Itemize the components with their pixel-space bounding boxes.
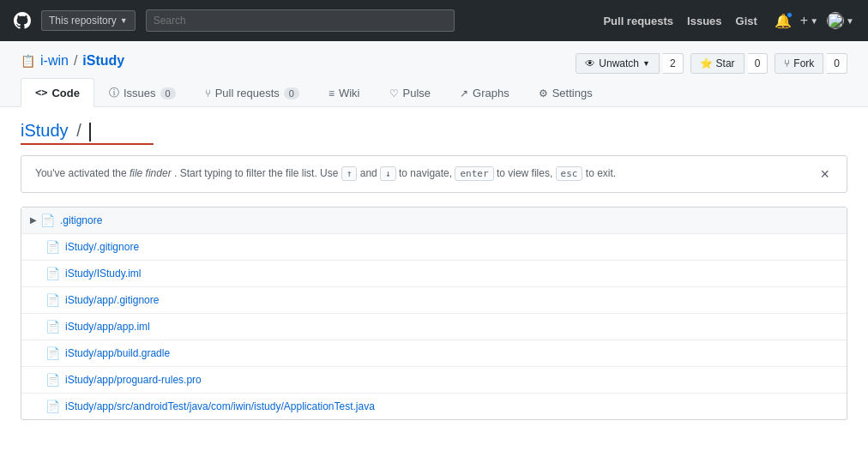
tab-pull-requests[interactable]: ⑂ Pull requests 0 — [190, 78, 314, 107]
message-exit: to exit. — [586, 167, 616, 179]
repo-actions: 👁 Unwatch ▼ 2 ⭐ Star 0 ⑂ Fork 0 — [576, 53, 847, 74]
file-link[interactable]: iStudy/IStudy.iml — [65, 268, 141, 280]
breadcrumb: iStudy / — [21, 121, 847, 145]
tab-settings-label: Settings — [552, 87, 593, 99]
tab-code[interactable]: <> Code — [21, 78, 94, 107]
star-icon: ⭐ — [700, 57, 713, 69]
gist-link[interactable]: Gist — [736, 15, 757, 27]
chevron-down-icon: ▼ — [120, 16, 128, 25]
repo-name-link[interactable]: iStudy — [82, 53, 124, 69]
key-down: ↓ — [380, 166, 396, 181]
nav-links: Pull requests Issues Gist — [603, 15, 756, 27]
user-avatar[interactable]: ▼ — [827, 12, 854, 29]
add-menu-icon[interactable]: + ▼ — [800, 13, 818, 28]
fork-icon: ⑂ — [784, 57, 790, 69]
file-link[interactable]: iStudy/app/src/androidTest/java/com/iwin… — [65, 400, 375, 412]
breadcrumb-separator: / — [76, 121, 81, 140]
repo-separator: / — [74, 53, 77, 69]
notifications-icon[interactable]: 🔔 — [775, 13, 792, 29]
breadcrumb-underline — [21, 143, 154, 145]
message-navigate: to navigate, — [399, 167, 455, 179]
file-icon: 📄 — [45, 400, 60, 413]
main-content: iStudy / You've activated the file finde… — [0, 107, 868, 434]
file-row: 📄 iStudy/app/src/androidTest/java/com/iw… — [21, 394, 847, 419]
file-row: 📄 iStudy/app/app.iml — [21, 314, 847, 340]
message-before: You've activated the — [35, 167, 130, 179]
star-count: 0 — [748, 53, 769, 74]
breadcrumb-cursor — [89, 123, 91, 141]
fork-count: 0 — [827, 53, 847, 74]
file-icon: 📄 — [40, 213, 55, 227]
notification-dot — [787, 12, 793, 18]
tab-pulse-label: Pulse — [403, 87, 431, 99]
graphs-icon: ↗ — [460, 87, 468, 99]
file-icon: 📄 — [45, 293, 60, 307]
file-icon: 📄 — [45, 267, 60, 280]
key-esc: esc — [556, 166, 583, 181]
message-after: . Start typing to filter the file list. … — [174, 167, 341, 179]
issues-link[interactable]: Issues — [687, 15, 721, 27]
file-link[interactable]: .gitignore — [60, 214, 102, 226]
file-link[interactable]: iStudy/app/app.iml — [65, 321, 150, 333]
file-link[interactable]: iStudy/.gitignore — [65, 241, 139, 253]
chevron-down-icon: ▼ — [642, 59, 650, 68]
repo-owner-link[interactable]: i-win — [40, 53, 69, 69]
file-finder-banner: You've activated the file finder . Start… — [21, 155, 847, 193]
pull-request-icon: ⑂ — [205, 87, 211, 99]
tab-issues-label: Issues — [124, 87, 156, 99]
file-finder-message: You've activated the file finder . Start… — [35, 166, 616, 181]
file-row: 📄 iStudy/app/build.gradle — [21, 340, 847, 367]
top-nav: This repository ▼ Pull requests Issues G… — [0, 0, 868, 41]
file-icon: 📄 — [45, 346, 60, 360]
tab-pr-label: Pull requests — [215, 87, 280, 99]
chevron-down-icon: ▼ — [846, 16, 854, 26]
eye-icon: 👁 — [585, 57, 595, 69]
unwatch-count: 2 — [663, 53, 684, 74]
fork-button[interactable]: ⑂ Fork — [775, 53, 823, 74]
nav-icons: 🔔 + ▼ ▼ — [775, 12, 854, 29]
breadcrumb-repo-link[interactable]: iStudy — [21, 121, 69, 140]
file-icon: 📄 — [45, 320, 60, 334]
search-box[interactable] — [146, 9, 455, 32]
file-row: 📄 iStudy/.gitignore — [21, 234, 847, 261]
repo-tabs: <> Code ⓘ Issues 0 ⑂ Pull requests 0 ≡ W… — [21, 77, 847, 106]
file-finder-text: file finder — [130, 167, 172, 179]
tab-code-label: Code — [51, 87, 80, 99]
context-label: This repository — [49, 15, 117, 27]
file-row: 📄 iStudy/app/.gitignore — [21, 287, 847, 314]
context-selector[interactable]: This repository ▼ — [41, 10, 136, 31]
tab-wiki[interactable]: ≡ Wiki — [314, 78, 375, 107]
message-view: to view files, — [497, 167, 556, 179]
file-row: 📄 iStudy/app/proguard-rules.pro — [21, 367, 847, 394]
tab-settings[interactable]: ⚙ Settings — [524, 78, 607, 107]
file-link[interactable]: iStudy/app/proguard-rules.pro — [65, 374, 202, 386]
pull-requests-link[interactable]: Pull requests — [603, 15, 673, 27]
issues-badge: 0 — [160, 87, 176, 99]
unwatch-button[interactable]: 👁 Unwatch ▼ — [576, 53, 660, 74]
pulse-icon: ♡ — [389, 87, 399, 99]
file-icon: 📄 — [45, 240, 60, 254]
issues-icon: ⓘ — [109, 86, 119, 100]
github-logo-icon[interactable] — [14, 12, 31, 29]
key-enter: enter — [455, 166, 493, 181]
tab-issues[interactable]: ⓘ Issues 0 — [94, 78, 190, 107]
close-banner-button[interactable]: × — [817, 166, 833, 182]
file-link[interactable]: iStudy/app/build.gradle — [65, 347, 170, 359]
wiki-icon: ≡ — [329, 87, 335, 99]
tab-wiki-label: Wiki — [339, 87, 360, 99]
pr-badge: 0 — [284, 87, 299, 99]
code-icon: <> — [35, 87, 47, 99]
expand-arrow-icon[interactable]: ▶ — [30, 215, 37, 225]
tab-graphs[interactable]: ↗ Graphs — [445, 78, 524, 107]
star-button[interactable]: ⭐ Star — [690, 53, 744, 74]
book-icon: 📋 — [21, 54, 35, 68]
file-list: ▶ 📄 .gitignore 📄 iStudy/.gitignore 📄 iSt… — [21, 207, 847, 420]
search-input[interactable] — [146, 9, 455, 32]
tab-pulse[interactable]: ♡ Pulse — [375, 78, 446, 107]
key-and: and — [360, 167, 380, 179]
file-link[interactable]: iStudy/app/.gitignore — [65, 294, 159, 306]
file-icon: 📄 — [45, 373, 60, 387]
avatar-image — [827, 12, 844, 29]
repo-header: 📋 i-win / iStudy 👁 Unwatch ▼ 2 ⭐ Star 0 … — [0, 41, 868, 107]
key-up: ↑ — [341, 166, 358, 181]
